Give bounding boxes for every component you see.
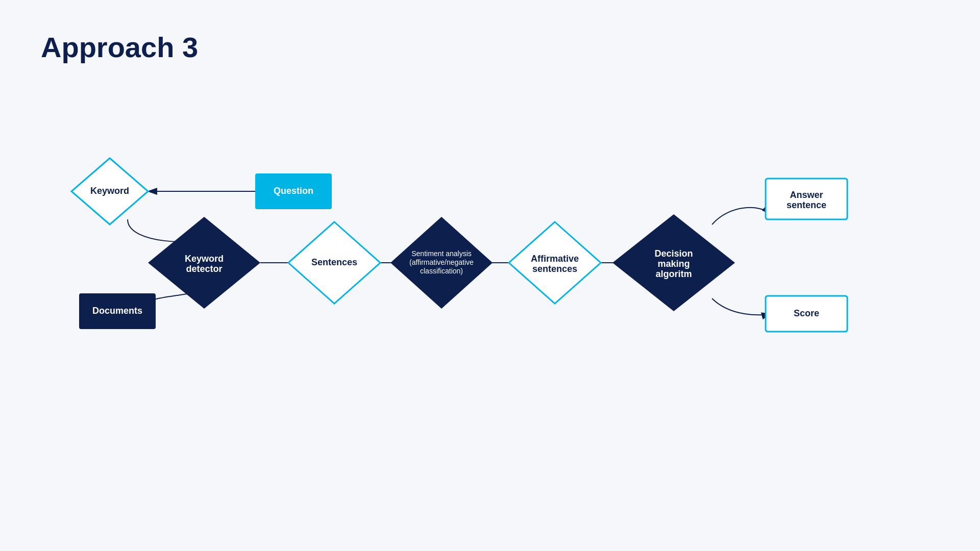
svg-text:classification): classification) (420, 267, 463, 275)
svg-text:algoritm: algoritm (655, 269, 692, 279)
arrow-dm-to-answer (712, 208, 771, 224)
svg-text:Question: Question (274, 186, 313, 196)
score-node: Score (766, 296, 847, 332)
keyword-detector-node: Keyword detector (148, 217, 260, 309)
svg-text:sentence: sentence (787, 200, 826, 210)
svg-text:Documents: Documents (92, 306, 142, 316)
svg-text:Sentiment analysis: Sentiment analysis (411, 249, 472, 258)
sentences-node: Sentences (288, 222, 380, 304)
svg-text:Score: Score (794, 308, 819, 318)
arrow-dm-to-score (712, 298, 771, 315)
documents-node: Documents (79, 293, 156, 329)
sentiment-analysis-node: Sentiment analysis (affirmative/negative… (390, 217, 493, 309)
svg-text:Affirmative: Affirmative (531, 254, 579, 264)
svg-text:Keyword: Keyword (185, 254, 224, 264)
svg-text:Decision: Decision (654, 248, 693, 259)
svg-text:(affirmative/negative: (affirmative/negative (409, 258, 474, 266)
page-title: Approach 3 (41, 31, 198, 64)
svg-text:Sentences: Sentences (311, 257, 357, 267)
svg-text:sentences: sentences (532, 264, 577, 274)
keyword-node: Keyword (71, 158, 148, 224)
question-node: Question (255, 173, 332, 209)
diagram-container: Question Keyword Keyword detector Senten… (0, 112, 980, 418)
svg-text:detector: detector (186, 264, 222, 274)
svg-text:Answer: Answer (790, 190, 823, 200)
svg-text:making: making (657, 259, 690, 269)
affirmative-sentences-node: Affirmative sentences (509, 222, 601, 304)
svg-text:Keyword: Keyword (90, 186, 129, 196)
answer-sentence-node: Answer sentence (766, 179, 847, 219)
decision-making-node: Decision making algoritm (612, 214, 735, 311)
